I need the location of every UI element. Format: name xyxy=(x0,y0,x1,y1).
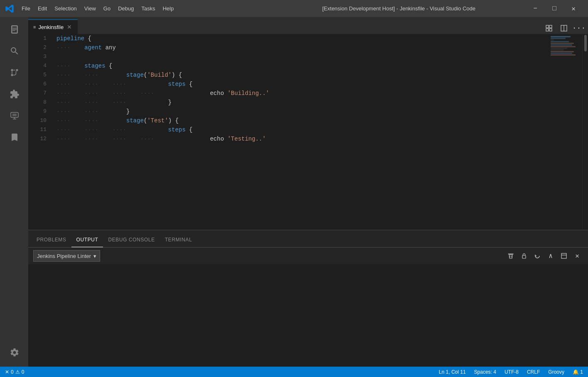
code-token: steps xyxy=(126,125,186,134)
menu-go[interactable]: Go xyxy=(100,4,114,13)
tab-file-icon: ≡ xyxy=(33,24,36,29)
scrollbar-thumb[interactable] xyxy=(584,35,587,51)
line-number: 7 xyxy=(28,89,47,98)
menu-view[interactable]: View xyxy=(81,4,99,13)
code-token: stage xyxy=(98,71,144,80)
line-number: 9 xyxy=(28,107,47,116)
language-label: Groovy xyxy=(548,369,564,375)
output-source-select[interactable]: Jenkins Pipeline Linter ▾ xyxy=(33,250,100,262)
status-errors[interactable]: ✕ 0 ⚠ 0 xyxy=(3,367,26,377)
status-language[interactable]: Groovy xyxy=(546,367,566,377)
sidebar-item-search[interactable] xyxy=(3,40,25,62)
code-line-5: ···· ···· stage ( 'Build' ) { xyxy=(56,71,549,80)
sidebar-item-bookmarks[interactable] xyxy=(3,126,25,148)
svg-rect-0 xyxy=(12,28,17,29)
tab-bar: ≡ Jenkinsfile ✕ ··· xyxy=(28,17,588,34)
activity-bar xyxy=(0,17,28,367)
svg-rect-7 xyxy=(12,114,17,116)
menu-help[interactable]: Help xyxy=(159,4,177,13)
code-line-12: ···· ···· ···· ···· echo 'Testing..' xyxy=(56,134,549,144)
code-token: 'Test' xyxy=(147,116,168,125)
code-token: 'Building..' xyxy=(228,89,270,98)
warning-count: 0 xyxy=(22,369,24,375)
code-line-1: pipeline { xyxy=(56,34,549,43)
menu-tasks[interactable]: Tasks xyxy=(138,4,158,13)
output-content xyxy=(28,264,588,367)
line-number: 2 xyxy=(28,43,47,52)
menu-file[interactable]: File xyxy=(18,4,34,13)
tab-jenkinsfile[interactable]: ≡ Jenkinsfile ✕ xyxy=(28,19,78,34)
code-line-6: ···· ···· ···· steps { xyxy=(56,80,549,89)
code-token: { xyxy=(105,61,113,71)
scroll-to-top-button[interactable]: ∧ xyxy=(545,250,556,262)
more-actions-button[interactable]: ··· xyxy=(573,22,585,34)
line-ending-label: CRLF xyxy=(527,369,540,375)
code-token: stage xyxy=(98,116,144,125)
menu-edit[interactable]: Edit xyxy=(34,4,50,13)
svg-rect-9 xyxy=(549,25,552,28)
line-number: 11 xyxy=(28,125,47,134)
error-icon: ✕ xyxy=(5,369,9,375)
clear-output-button[interactable] xyxy=(505,250,517,262)
lock-output-button[interactable] xyxy=(518,250,530,262)
code-editor[interactable]: pipeline { ···· agent any ···· stages { xyxy=(53,34,549,230)
split-editor-button[interactable] xyxy=(558,22,570,34)
status-bar-left: ✕ 0 ⚠ 0 xyxy=(3,367,26,377)
notifications-label: 🔔 1 xyxy=(573,369,583,375)
svg-rect-1 xyxy=(12,29,17,30)
tab-problems[interactable]: PROBLEMS xyxy=(32,233,71,247)
menu-selection[interactable]: Selection xyxy=(51,4,80,13)
open-editors-button[interactable] xyxy=(543,22,555,34)
line-number: 8 xyxy=(28,98,47,107)
code-token: } xyxy=(126,98,172,107)
code-line-10: ···· ···· stage ( 'Test' ) { xyxy=(56,116,549,125)
code-token: ) { xyxy=(172,71,182,80)
sidebar-item-settings[interactable] xyxy=(3,342,25,363)
sidebar-item-extensions[interactable] xyxy=(3,83,25,105)
status-bar: ✕ 0 ⚠ 0 Ln 1, Col 11 Spaces: 4 UTF-8 CRL… xyxy=(0,367,588,377)
menu-debug[interactable]: Debug xyxy=(115,4,137,13)
line-number: 6 xyxy=(28,80,47,89)
output-header: Jenkins Pipeline Linter ▾ ∧ xyxy=(28,247,588,264)
indent-dots: ···· ···· ···· ···· xyxy=(56,134,154,144)
minimize-button[interactable]: − xyxy=(526,0,545,17)
code-token: } xyxy=(98,107,130,116)
close-button[interactable]: ✕ xyxy=(564,0,583,17)
tab-terminal[interactable]: TERMINAL xyxy=(160,233,197,247)
svg-rect-11 xyxy=(549,29,552,31)
window-title: [Extension Development Host] - Jenkinsfi… xyxy=(272,5,526,12)
svg-point-4 xyxy=(16,69,18,71)
status-bar-right: Ln 1, Col 11 Spaces: 4 UTF-8 CRLF Groovy… xyxy=(437,367,585,377)
svg-point-3 xyxy=(11,69,13,71)
tab-debug-console[interactable]: DEBUG CONSOLE xyxy=(103,233,160,247)
code-token: { xyxy=(186,80,193,89)
code-token: echo xyxy=(154,134,227,144)
refresh-output-button[interactable] xyxy=(532,250,543,262)
panel-tab-bar: PROBLEMS OUTPUT DEBUG CONSOLE TERMINAL xyxy=(28,230,588,247)
close-panel-button[interactable]: ✕ xyxy=(571,250,583,262)
spaces-label: Spaces: 4 xyxy=(474,369,496,375)
line-number: 12 xyxy=(28,134,47,144)
indent-dots: ···· ···· xyxy=(56,116,98,125)
code-token: 'Build' xyxy=(147,71,172,80)
line-number: 3 xyxy=(28,52,47,61)
code-token: { xyxy=(186,125,193,134)
status-spaces[interactable]: Spaces: 4 xyxy=(473,367,498,377)
menu-bar: File Edit Selection View Go Debug Tasks … xyxy=(18,4,272,13)
sidebar-item-source-control[interactable] xyxy=(3,62,25,83)
tab-output[interactable]: OUTPUT xyxy=(71,233,103,247)
position-label: Ln 1, Col 11 xyxy=(439,369,466,375)
maximize-panel-button[interactable] xyxy=(558,250,570,262)
status-notifications[interactable]: 🔔 1 xyxy=(571,367,585,377)
status-encoding[interactable]: UTF-8 xyxy=(503,367,520,377)
sidebar-item-remote[interactable] xyxy=(3,105,25,126)
encoding-label: UTF-8 xyxy=(505,369,519,375)
editor-scrollbar[interactable] xyxy=(582,34,588,230)
status-position[interactable]: Ln 1, Col 11 xyxy=(437,367,468,377)
svg-rect-8 xyxy=(546,25,549,28)
status-line-ending[interactable]: CRLF xyxy=(525,367,541,377)
sidebar-item-explorer[interactable] xyxy=(3,19,25,40)
tab-close-button[interactable]: ✕ xyxy=(66,23,73,31)
maximize-button[interactable]: □ xyxy=(545,0,564,17)
svg-rect-10 xyxy=(546,29,549,31)
